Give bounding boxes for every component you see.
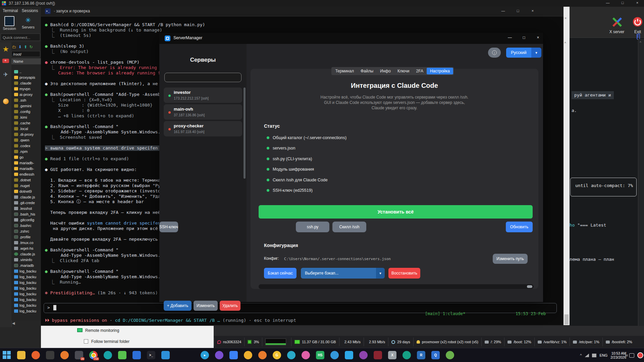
taskbar-icon-app-badge-26[interactable]: 26	[75, 351, 83, 359]
taskbar-icon-quick-app[interactable]: Q	[431, 351, 440, 359]
reinstall-button[interactable]: Скилл /ssh	[332, 222, 366, 232]
file-item[interactable]: log_backu	[14, 292, 41, 297]
file-item[interactable]: ai-proxy	[14, 93, 41, 98]
file-item[interactable]: .qwen	[14, 138, 41, 143]
file-item[interactable]: proxyapis	[14, 75, 41, 81]
tab-Настройка[interactable]: Настройка	[427, 68, 453, 74]
file-item[interactable]: .kimi	[14, 115, 41, 121]
restore-button[interactable]: Восстановить	[388, 268, 420, 279]
backup-now-button[interactable]: Бэкап сейчас	[264, 268, 297, 279]
minimize-button[interactable]: —	[601, 1, 614, 5]
file-item[interactable]: myvpn	[14, 87, 41, 92]
delete-server-button[interactable]: Удалить	[220, 301, 240, 311]
file-item[interactable]: .ssh	[14, 98, 41, 104]
taskbar-icon-terminal-app[interactable]: >_	[147, 351, 155, 359]
taskbar-icon-monitor-app[interactable]	[161, 351, 170, 359]
network-icon[interactable]	[585, 354, 589, 357]
taskbar-icon-blue-folder[interactable]	[229, 351, 238, 359]
file-item[interactable]: .bash_his	[14, 212, 41, 218]
file-item[interactable]: .lesshst	[14, 206, 41, 212]
terminal-minimize-button[interactable]: —	[496, 9, 510, 13]
file-item[interactable]: mariadb-	[14, 167, 41, 172]
tab-Файлы[interactable]: Файлы	[357, 68, 377, 74]
scrollbar-up-icon[interactable]: ^	[565, 42, 566, 45]
file-item[interactable]: log_backu	[14, 269, 41, 275]
file-item[interactable]: .di-proxy	[14, 132, 41, 138]
file-item[interactable]: log_backu	[14, 275, 41, 280]
file-item[interactable]: .wget-hs	[14, 246, 41, 252]
install-all-button[interactable]: Установить всё	[259, 205, 533, 219]
file-item[interactable]: .profile	[14, 235, 41, 240]
follow-folder-label[interactable]: Follow terminal folder	[91, 339, 129, 344]
remote-monitoring-label[interactable]: Remote monitoring	[85, 328, 119, 333]
taskbar-icon-edge[interactable]	[287, 351, 296, 359]
file-item[interactable]: .local	[14, 127, 41, 132]
taskbar-icon-teal-app-2[interactable]	[402, 351, 411, 359]
close-button[interactable]: ×	[631, 1, 644, 5]
file-item[interactable]: .claude.js	[14, 252, 41, 257]
taskbar-icon-r-app[interactable]: R	[417, 351, 425, 359]
taskbar-icon-green-app[interactable]	[446, 351, 454, 359]
file-item[interactable]: .gemini	[14, 104, 41, 109]
volume-icon[interactable]	[592, 354, 596, 357]
taskbar-icon-chrome[interactable]: 715	[89, 351, 98, 359]
taskbar-icon-windows-app[interactable]	[345, 351, 353, 359]
outer-terminal-scrollbar[interactable]: ^	[638, 39, 644, 326]
scrollbar-thumb[interactable]	[565, 314, 569, 324]
add-server-button[interactable]: + Добавить	[164, 301, 192, 311]
taskbar-icon-start[interactable]	[3, 351, 11, 359]
file-item[interactable]: log_backu	[14, 309, 41, 314]
file-item[interactable]: .zshrc	[14, 229, 41, 235]
file-item[interactable]: log_backu	[14, 281, 41, 286]
file-item[interactable]: .viminfo	[14, 258, 41, 263]
server-list-scrollbar[interactable]	[244, 87, 246, 179]
info-button[interactable]: i	[488, 48, 501, 58]
file-item[interactable]: .nuget	[14, 184, 41, 189]
follow-folder-checkbox[interactable]	[84, 339, 88, 344]
tab-Инфо[interactable]: Инфо	[377, 68, 394, 74]
file-item[interactable]: .gitconfig	[14, 218, 41, 223]
file-item[interactable]: go	[14, 155, 41, 161]
file-item[interactable]: ..	[14, 70, 41, 75]
file-item[interactable]: .npm	[14, 149, 41, 155]
x-server-icon[interactable]	[612, 17, 623, 27]
taskbar-icon-violet-app[interactable]	[359, 351, 368, 359]
file-item[interactable]: .claude	[14, 81, 41, 86]
file-item[interactable]: mariadb-	[14, 161, 41, 166]
server-item[interactable]: proxy-checker 161.97.118.40 [ssh]	[164, 121, 242, 136]
menu-sessions[interactable]: Sessions	[22, 7, 38, 15]
language-dropdown[interactable]: Русский ▾	[506, 48, 541, 58]
server-item[interactable]: main-ovh 37.187.136.86 [ssh]	[164, 104, 242, 120]
taskbar-icon-blue-circle-app[interactable]	[330, 351, 339, 359]
sm-maximize-button[interactable]: □	[519, 35, 529, 40]
sm-close-button[interactable]: ×	[533, 35, 543, 40]
terminal-close-button[interactable]: ×	[526, 9, 539, 13]
taskbar-icon-g-app[interactable]: G	[273, 351, 281, 359]
file-item[interactable]: log_backu	[14, 303, 41, 309]
taskbar-icon-dark-app[interactable]	[46, 351, 54, 359]
network-globe-icon[interactable]	[0, 99, 11, 106]
file-item[interactable]: .codex	[14, 144, 41, 149]
taskbar-icon-pink-app[interactable]	[302, 351, 310, 359]
reinstall-button[interactable]: ssh.py	[296, 222, 329, 232]
hscrollbar-thumb[interactable]	[527, 285, 532, 288]
tray-chevron-icon[interactable]: ^	[580, 353, 582, 357]
taskbar-icon-hs-app[interactable]: HS	[316, 351, 324, 359]
servers-button[interactable]: ✳ Servers	[19, 15, 37, 29]
panel-horizontal-scrollbar[interactable]	[259, 284, 534, 289]
sm-minimize-button[interactable]: —	[505, 35, 515, 40]
taskbar-icon-x-app[interactable]: X	[388, 351, 396, 359]
taskbar-icon-blue-app[interactable]	[132, 351, 141, 359]
tab-Терминал[interactable]: Терминал	[332, 68, 357, 74]
taskbar-icon-notepad[interactable]	[118, 351, 126, 359]
menu-terminal[interactable]: Terminal	[3, 7, 18, 15]
file-item[interactable]: .dotnet	[14, 178, 41, 183]
file-item[interactable]: endlessh	[14, 172, 41, 178]
tools-knife-icon[interactable]	[0, 58, 11, 64]
taskbar-icon-brave[interactable]	[32, 351, 40, 359]
taskbar-icon-firefox[interactable]	[60, 351, 69, 359]
file-item[interactable]: .mariadb	[14, 263, 41, 269]
quick-connect-input[interactable]: Quick connect...	[1, 34, 40, 41]
file-item[interactable]: .bashrc	[14, 224, 41, 229]
file-item[interactable]: .git-crede	[14, 201, 41, 206]
